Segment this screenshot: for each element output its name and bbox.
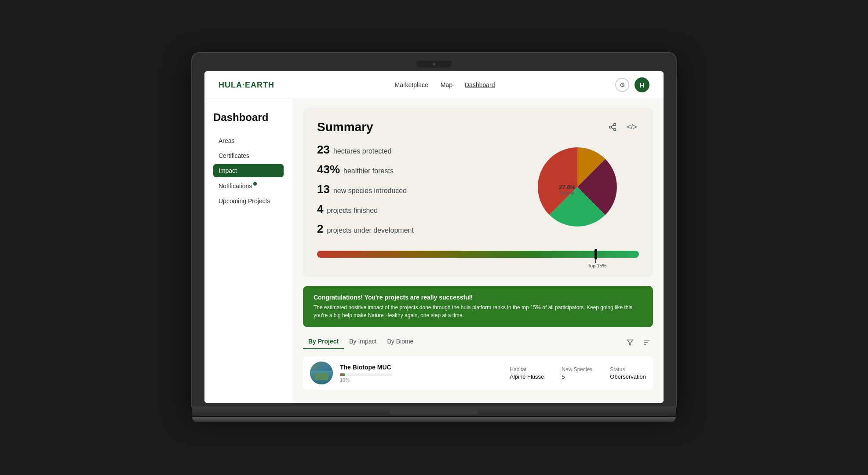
sort-icon[interactable] — [641, 336, 653, 349]
gradient-bar: Top 15% — [317, 251, 639, 258]
trackpad-area — [192, 406, 676, 416]
svg-line-3 — [611, 128, 614, 129]
summary-actions: </> — [605, 120, 639, 134]
nav-right: ⚙ H — [615, 77, 649, 92]
sidebar-item-upcoming[interactable]: Upcoming Projects — [213, 194, 284, 208]
project-progress-pct: 10% — [340, 377, 503, 383]
progress-marker — [594, 249, 597, 259]
congrats-title: Congratulations! You're projects are rea… — [314, 294, 642, 301]
svg-point-0 — [614, 124, 616, 126]
nav-marketplace[interactable]: Marketplace — [395, 81, 428, 88]
svg-point-1 — [609, 126, 612, 128]
tab-by-impact[interactable]: By Impact — [344, 336, 382, 349]
sidebar: Dashboard Areas Certificates Impact Noti… — [204, 99, 292, 403]
laptop-foot — [192, 417, 676, 422]
laptop-base — [192, 406, 676, 416]
summary-header: Summary </> — [317, 120, 639, 134]
summary-body: 23 hectares protected 43% healthier fore… — [317, 143, 639, 242]
project-name: The Biotope MUC — [340, 364, 503, 371]
settings-icon[interactable]: ⚙ — [615, 78, 629, 92]
svg-marker-5 — [627, 340, 633, 345]
notification-badge — [253, 182, 257, 186]
app-body: Dashboard Areas Certificates Impact Noti… — [204, 99, 664, 403]
stat-hectares: 23 hectares protected — [317, 143, 516, 157]
project-thumbnail — [310, 362, 333, 384]
summary-title: Summary — [317, 120, 373, 134]
stat-projects-dev: 2 projects under development — [317, 222, 516, 236]
project-row: The Biotope MUC 10% Habitat Alpine Flüss… — [303, 356, 653, 390]
filter-icon[interactable] — [624, 336, 636, 349]
stat-projects-finished: 4 projects finished — [317, 202, 516, 216]
project-progress-fill — [340, 373, 345, 376]
svg-line-4 — [611, 125, 614, 126]
meta-status: Status Oberservation — [610, 366, 646, 380]
sidebar-nav: Areas Certificates Impact Notifications … — [213, 134, 284, 208]
page-title: Dashboard — [213, 111, 284, 124]
sidebar-item-impact[interactable]: Impact — [213, 164, 284, 177]
app-header: HULA·EARTH Marketplace Map Dashboard ⚙ H — [204, 71, 664, 99]
sidebar-item-certificates[interactable]: Certificates — [213, 149, 284, 162]
summary-stats: 23 hectares protected 43% healthier fore… — [317, 143, 516, 242]
sidebar-item-notifications[interactable]: Notifications — [213, 179, 284, 193]
project-progress-bar — [340, 373, 393, 376]
nav-map[interactable]: Map — [441, 81, 452, 88]
logo-text: HULA·EARTH — [219, 80, 274, 90]
progress-section: Top 15% — [317, 251, 639, 258]
svg-point-2 — [614, 128, 616, 131]
tabs-right — [624, 336, 653, 349]
main-nav: Marketplace Map Dashboard — [395, 81, 495, 88]
summary-card: Summary </> — [303, 108, 653, 277]
main-content: Summary </> — [292, 99, 664, 403]
stat-species: 13 new species introduced — [317, 183, 516, 196]
trackpad — [390, 408, 478, 414]
tabs-bar: By Project By Impact By Biome — [303, 336, 653, 349]
pie-chart: 27.6% Swamp — [533, 143, 639, 233]
project-meta: Habitat Alpine Flüsse New Species 5 Stat… — [510, 366, 646, 380]
avatar[interactable]: H — [635, 77, 649, 92]
meta-habitat: Habitat Alpine Flüsse — [510, 366, 544, 380]
pie-chart-svg — [533, 143, 621, 231]
meta-species: New Species 5 — [562, 366, 592, 380]
progress-label: Top 15% — [587, 263, 606, 268]
tabs-left: By Project By Impact By Biome — [303, 336, 419, 349]
congrats-banner: Congratulations! You're projects are rea… — [303, 286, 653, 327]
stat-forests: 43% healthier forests — [317, 163, 516, 176]
congrats-text: The estimated positive impact of the pro… — [314, 303, 642, 319]
tab-by-biome[interactable]: By Biome — [382, 336, 419, 349]
embed-button[interactable]: </> — [625, 120, 639, 134]
sidebar-item-areas[interactable]: Areas — [213, 134, 284, 147]
tab-by-project[interactable]: By Project — [303, 336, 344, 349]
share-button[interactable] — [605, 120, 620, 134]
logo: HULA·EARTH — [219, 80, 274, 90]
project-info: The Biotope MUC 10% — [340, 364, 503, 383]
nav-dashboard[interactable]: Dashboard — [465, 81, 495, 88]
